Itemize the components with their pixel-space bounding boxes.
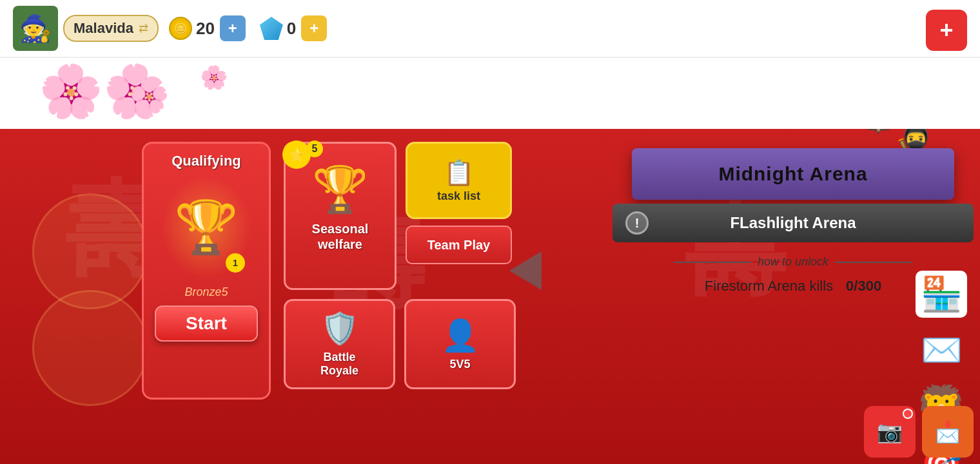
bat-icon-1: 🦇 [841, 129, 864, 131]
gems-block: 0 + [260, 15, 335, 41]
task-list-panel[interactable]: 📋 task list [406, 142, 512, 219]
right-col-panels: 📋 task list Team Play [406, 142, 512, 264]
gem-amount: 0 [287, 19, 296, 39]
requirement-label: Firestorm Arena kills [705, 278, 833, 295]
store-button[interactable]: 🏪 [916, 271, 967, 318]
team-play-button[interactable]: Team Play [406, 226, 512, 264]
cherry-blossom-area: 🌸🌸 🌸 🌸 [0, 58, 980, 129]
bat-icon-2: 🦇 [867, 129, 890, 137]
messages-button[interactable]: 📩 [922, 406, 974, 458]
qualifying-trophy-container: 🏆 1 [161, 176, 251, 279]
task-list-label: task list [437, 189, 480, 203]
fivevfive-label: 5V5 [449, 358, 470, 371]
global-add-button[interactable]: + [926, 10, 967, 51]
camera-icon: 📷 [877, 420, 903, 444]
username-badge[interactable]: Malavida ⇄ [63, 15, 159, 42]
back-arrow-button[interactable] [509, 251, 542, 290]
midnight-arena-platform[interactable]: Midnight Arena [632, 148, 954, 200]
bottom-right-buttons: 📷 📩 [864, 406, 974, 458]
midnight-arena-label: Midnight Arena [718, 163, 867, 185]
rank-badge: 1 [226, 253, 245, 273]
back-arrow-icon [509, 251, 542, 290]
main-area: 壽 壽 壽 Qualifying 🏆 1 Bronze5 Start ⭐ 5 🏆… [0, 129, 980, 464]
star-count-badge: 5 [306, 140, 323, 157]
middle-panels: ⭐ 5 🏆 Seasonal welfare 📋 task list Team … [284, 142, 516, 389]
fivevfive-panel[interactable]: 👤 5V5 [404, 299, 516, 389]
unlock-title: how to unlock [758, 255, 828, 269]
coins-block: 🪙 20 + [169, 15, 253, 41]
requirement-value: 0/300 [846, 278, 881, 295]
flashlight-arena-platform[interactable]: ! FLashlight Arena [612, 204, 974, 242]
qualifying-panel[interactable]: Qualifying 🏆 1 Bronze5 Start [142, 142, 271, 400]
exchange-arrows-icon: ⇄ [139, 21, 148, 35]
arena-area: 🦇 🦇 🥷 Midnight Arena ! FLashlight Arena [529, 129, 851, 464]
rank-text: Bronze5 [184, 285, 228, 299]
bottom-panels-row: 🛡️ Battle Royale 👤 5V5 [284, 299, 516, 389]
fivevfive-icon: 👤 [441, 318, 480, 354]
battle-royale-panel[interactable]: 🛡️ Battle Royale [284, 299, 395, 389]
add-gems-button[interactable]: + [301, 15, 327, 41]
qualifying-title: Qualifying [172, 153, 241, 169]
seasonal-trophy-icon: 🏆 [312, 163, 368, 216]
divider-right [835, 262, 912, 263]
top-bar: 🧙 Malavida ⇄ 🪙 20 + 0 + + [0, 0, 980, 58]
camera-button[interactable]: 📷 [864, 406, 916, 458]
mail-button[interactable]: ✉️ [916, 331, 967, 370]
battle-royale-label: Battle Royale [320, 351, 358, 378]
seasonal-welfare-panel[interactable]: ⭐ 5 🏆 Seasonal welfare [284, 142, 397, 290]
coin-icon: 🪙 [169, 17, 192, 40]
warning-icon: ! [625, 211, 649, 235]
battle-royale-icon: 🛡️ [320, 311, 359, 347]
trophy-icon: 🏆 [174, 197, 239, 258]
start-button[interactable]: Start [155, 305, 258, 342]
task-list-icon: 📋 [444, 159, 474, 187]
add-coins-button[interactable]: + [220, 15, 246, 41]
username-text: Malavida [74, 20, 133, 37]
notification-dot [903, 409, 913, 419]
coin-amount: 20 [196, 19, 215, 39]
avatar: 🧙 [13, 6, 58, 51]
flashlight-arena-label: FLashlight Arena [730, 214, 856, 232]
cherry-blossom-2: 🌸 [129, 77, 169, 115]
gem-icon [260, 17, 283, 40]
avatar-image: 🧙 [19, 14, 52, 44]
cherry-blossom-3: 🌸 [200, 64, 228, 91]
messages-icon: 📩 [935, 420, 961, 444]
seasonal-welfare-label: Seasonal welfare [312, 221, 369, 252]
top-panels-row: ⭐ 5 🏆 Seasonal welfare 📋 task list Team … [284, 142, 516, 290]
divider-left [674, 262, 751, 263]
deco-circle-2 [32, 290, 148, 406]
